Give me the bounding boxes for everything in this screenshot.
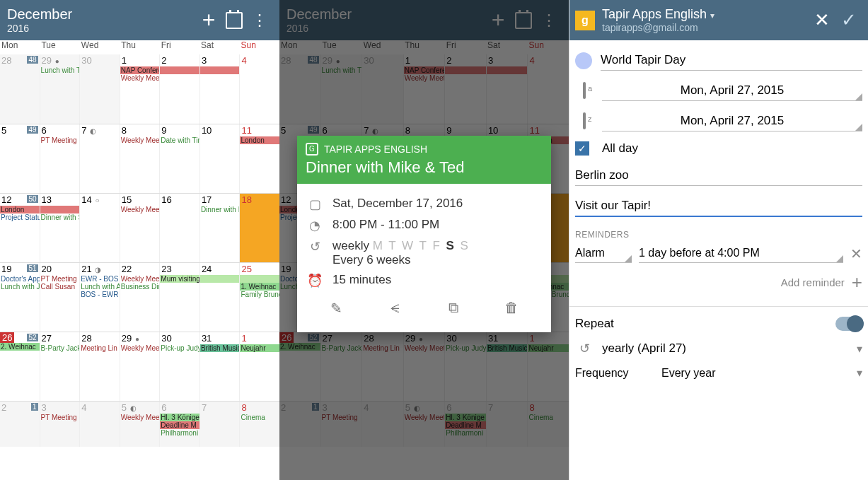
event-chip[interactable]: London [0, 206, 40, 213]
day-cell[interactable]: 30Pick-up Judy [160, 332, 200, 401]
day-cell[interactable]: 6Hl. 3 KönigeDeadline MPhilharmoni [160, 402, 200, 447]
day-cell[interactable]: 3PT Meeting [40, 402, 81, 447]
reminder-time-select[interactable]: 1 day before at 4:00 PM [639, 244, 843, 263]
event-chip[interactable]: Weekly Meeting [120, 136, 160, 144]
overflow-menu-button[interactable] [247, 8, 272, 33]
day-cell[interactable]: 4 [240, 54, 279, 124]
day-cell[interactable]: 26522. Weihnac [0, 332, 40, 401]
event-chip[interactable]: London [240, 136, 279, 144]
add-reminder-button[interactable]: Add reminder + [575, 271, 862, 293]
day-cell[interactable]: 25 1. WeihnacFamily Brunch [240, 263, 279, 332]
day-cell[interactable]: 14 ○ [80, 194, 120, 262]
day-cell[interactable]: 1Neujahr [240, 332, 279, 401]
event-chip[interactable]: Philharmoni [160, 429, 199, 437]
day-cell[interactable]: 16 [160, 194, 200, 262]
event-chip[interactable]: British Music Fest [200, 344, 240, 352]
event-chip[interactable]: Weekly Meeting [120, 206, 160, 213]
day-cell[interactable]: 1250LondonProject Status Meet [0, 194, 40, 262]
event-chip[interactable]: 2. Weihnac [0, 343, 40, 351]
header-title[interactable]: December 2016 [7, 6, 196, 34]
day-cell[interactable]: 21 [0, 402, 40, 447]
repeat-value-row[interactable]: ↺ yearly (April 27) ▾ [575, 341, 862, 356]
event-chip[interactable]: Pick-up Judy [160, 344, 199, 352]
day-cell[interactable]: 27B-Party Jack [40, 332, 81, 401]
event-chip[interactable]: Meeting Lin [80, 344, 120, 352]
event-chip[interactable]: Date with Tina [160, 136, 199, 144]
event-chip[interactable]: Weekly Meeting [120, 74, 160, 82]
frequency-row[interactable]: Frequency Every year ▾ [575, 366, 862, 380]
add-event-button[interactable] [196, 8, 221, 33]
event-chip[interactable]: NAP Conference [120, 66, 160, 74]
event-chip[interactable]: PT Meeting [40, 414, 80, 421]
event-chip[interactable]: Family Brunch [240, 291, 279, 298]
day-cell[interactable]: 18 [240, 194, 279, 262]
event-chip[interactable]: Hl. 3 Könige [160, 414, 199, 421]
event-chip[interactable]: Doctor's Appointmen [0, 275, 40, 283]
event-chip[interactable]: Lunch with Tim [40, 66, 80, 74]
event-chip[interactable]: B-Party Jack [40, 344, 80, 352]
event-chip[interactable]: Weekly Meeting [120, 344, 160, 352]
day-cell[interactable]: 23Mum visiting [160, 263, 200, 332]
event-chip[interactable]: Dinner with Sam [40, 213, 80, 221]
event-chip[interactable]: Lunch with Joe [0, 283, 40, 291]
day-cell[interactable]: 9Date with Tina [160, 124, 200, 193]
event-chip[interactable]: Neujahr [240, 344, 279, 352]
day-cell[interactable]: 7 ◐ [80, 124, 120, 193]
event-chip[interactable]: Dinner with Mike & Ted [200, 206, 240, 213]
day-cell[interactable]: 3 [200, 54, 241, 124]
day-cell[interactable]: 1951Doctor's AppointmenLunch with Joe [0, 263, 40, 332]
event-chip[interactable]: Project Status Meet [0, 213, 40, 221]
day-cell[interactable]: 29 ●Lunch with Tim [40, 54, 81, 124]
day-cell[interactable]: 6PT Meeting [40, 124, 81, 193]
edit-button[interactable]: ✎ [330, 300, 342, 317]
event-chip[interactable]: Weekly Meeting [120, 414, 160, 421]
cancel-button[interactable]: ✕ [809, 9, 835, 31]
event-chip[interactable]: Deadline M [160, 421, 199, 429]
day-cell[interactable]: 7 [200, 402, 241, 447]
day-cell[interactable]: 30 [80, 54, 120, 124]
day-cell[interactable]: 20PT MeetingCall Susan [40, 263, 81, 332]
allday-checkbox[interactable]: ✓ [575, 141, 589, 156]
remove-reminder-button[interactable]: ✕ [850, 245, 862, 262]
save-button[interactable]: ✓ [835, 9, 862, 31]
delete-button[interactable]: 🗑 [504, 300, 519, 317]
start-date-field[interactable]: Mon, April 27, 2015 [602, 81, 862, 101]
copy-button[interactable]: ⧉ [449, 300, 458, 317]
day-cell[interactable]: 22Weekly MeetingBusiness Dinner [120, 263, 161, 332]
event-chip[interactable]: Cinema [240, 414, 279, 421]
share-button[interactable]: ⪪ [388, 300, 403, 317]
event-chip[interactable]: Call Susan [40, 283, 80, 291]
day-cell[interactable]: 11London [240, 124, 279, 193]
day-cell[interactable]: 10 [200, 124, 241, 193]
day-cell[interactable]: 31British Music Fest [200, 332, 241, 401]
description-input[interactable] [575, 196, 862, 217]
day-cell[interactable]: 4 [80, 402, 120, 447]
day-cell[interactable]: 28Meeting Lin [80, 332, 120, 401]
title-input[interactable] [601, 50, 862, 71]
day-cell[interactable]: 5 ◐Weekly Meeting [120, 402, 161, 447]
event-chip[interactable]: PT Meeting [40, 275, 80, 283]
event-chip[interactable] [40, 206, 80, 213]
event-chip[interactable]: Mum visiting [160, 275, 199, 283]
event-chip[interactable]: 1. Weihnac [240, 283, 279, 291]
day-cell[interactable]: 21 ◑EWR - BOSLunch with AdamBOS - EWR [80, 263, 120, 332]
day-cell[interactable]: 29 ●Weekly Meeting [120, 332, 161, 401]
day-cell[interactable]: 2 [160, 54, 200, 124]
event-chip[interactable]: Weekly Meeting [120, 275, 160, 283]
location-input[interactable] [575, 165, 862, 186]
day-cell[interactable]: 15Weekly Meeting [120, 194, 161, 262]
day-cell[interactable]: 24 [200, 263, 241, 332]
event-chip[interactable]: BOS - EWR [80, 291, 120, 298]
event-chip[interactable]: EWR - BOS [80, 275, 120, 283]
day-cell[interactable]: 549 [0, 124, 40, 193]
reminder-type-select[interactable]: Alarm [575, 244, 632, 263]
day-cell[interactable]: 1NAP ConferenceWeekly Meeting [120, 54, 161, 124]
event-chip[interactable]: Lunch with Adam [80, 283, 120, 291]
day-cell[interactable]: 13 Dinner with Sam [40, 194, 81, 262]
event-chip[interactable]: Business Dinner [120, 283, 160, 291]
color-picker[interactable] [575, 52, 592, 69]
end-date-field[interactable]: Mon, April 27, 2015 [602, 111, 862, 131]
day-cell[interactable]: 2848 [0, 54, 40, 124]
today-button[interactable] [221, 8, 247, 33]
day-cell[interactable]: 8Weekly Meeting [120, 124, 161, 193]
